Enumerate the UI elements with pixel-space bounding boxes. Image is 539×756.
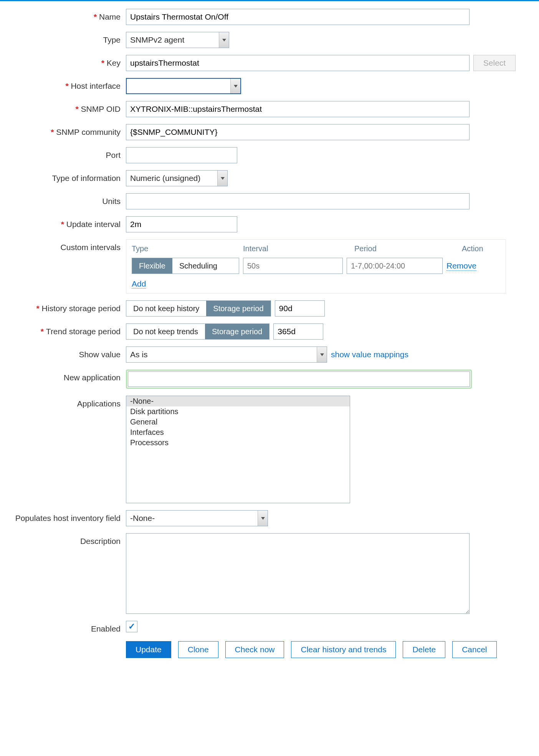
update-interval-input[interactable] (126, 216, 237, 232)
populates-inventory-text: -None- (126, 514, 258, 523)
description-textarea[interactable] (126, 533, 470, 614)
show-value-label: Show value (0, 346, 126, 359)
ci-type-toggle[interactable]: Flexible Scheduling (132, 258, 239, 274)
type-info-label: Type of information (0, 170, 126, 183)
snmp-oid-label: SNMP OID (0, 101, 126, 114)
new-application-label: New application (0, 370, 126, 382)
applications-option[interactable]: Processors (126, 438, 350, 448)
clone-button[interactable]: Clone (178, 641, 218, 658)
snmp-oid-input[interactable] (126, 101, 470, 117)
clear-history-button[interactable]: Clear history and trends (291, 641, 396, 658)
show-value-select[interactable]: As is (126, 346, 327, 363)
ci-header-action: Action (462, 244, 500, 253)
chevron-down-icon (217, 171, 227, 186)
applications-option[interactable]: Disk partitions (126, 406, 350, 417)
trend-storage-label: Trend storage period (0, 323, 126, 336)
populates-inventory-label: Populates host inventory field (0, 510, 126, 523)
units-input[interactable] (126, 193, 470, 209)
custom-intervals-label: Custom intervals (0, 239, 126, 252)
trend-storage-toggle[interactable]: Do not keep trends Storage period (126, 323, 270, 340)
snmp-community-label: SNMP community (0, 124, 126, 137)
chevron-down-icon (317, 347, 327, 362)
new-application-wrapper (126, 370, 472, 389)
key-label: Key (0, 55, 126, 68)
cancel-button[interactable]: Cancel (452, 641, 496, 658)
type-select[interactable]: SNMPv2 agent (126, 32, 229, 48)
ci-remove-link[interactable]: Remove (446, 261, 476, 271)
name-label: Name (0, 9, 126, 22)
ci-add-link[interactable]: Add (132, 279, 146, 288)
port-input[interactable] (126, 147, 237, 163)
populates-inventory-select[interactable]: -None- (126, 510, 268, 526)
type-label: Type (0, 32, 126, 45)
update-button[interactable]: Update (126, 641, 171, 658)
trend-storage-button[interactable]: Storage period (205, 324, 269, 339)
port-label: Port (0, 147, 126, 160)
snmp-community-input[interactable] (126, 124, 470, 140)
name-input[interactable] (126, 9, 470, 25)
units-label: Units (0, 193, 126, 206)
show-value-mappings-link[interactable]: show value mappings (331, 350, 408, 359)
ci-header-period: Period (354, 244, 462, 253)
type-select-text: SNMPv2 agent (126, 35, 219, 45)
type-info-text: Numeric (unsigned) (126, 174, 217, 183)
ci-scheduling-button[interactable]: Scheduling (172, 258, 224, 274)
custom-intervals-block: Type Interval Period Action Flexible Sch… (126, 239, 506, 293)
applications-select[interactable]: -None- Disk partitions General Interface… (126, 396, 350, 503)
trend-no-keep-button[interactable]: Do not keep trends (126, 324, 205, 339)
ci-interval-input[interactable] (243, 258, 343, 274)
key-select-button[interactable]: Select (473, 55, 516, 71)
trend-value-input[interactable] (273, 323, 323, 340)
key-input[interactable] (126, 55, 470, 71)
check-now-button[interactable]: Check now (225, 641, 284, 658)
applications-option[interactable]: -None- (126, 396, 350, 406)
chevron-down-icon (230, 79, 240, 93)
history-storage-button[interactable]: Storage period (206, 301, 270, 316)
update-interval-label: Update interval (0, 216, 126, 229)
ci-header-type: Type (132, 244, 243, 253)
applications-label: Applications (0, 396, 126, 408)
history-no-keep-button[interactable]: Do not keep history (126, 301, 206, 316)
chevron-down-icon (258, 511, 268, 526)
enabled-checkbox[interactable]: ✓ (126, 621, 137, 632)
applications-option[interactable]: General (126, 417, 350, 427)
ci-header-interval: Interval (243, 244, 354, 253)
chevron-down-icon (219, 32, 229, 48)
host-interface-select[interactable] (126, 78, 241, 94)
applications-option[interactable]: Interfaces (126, 427, 350, 438)
delete-button[interactable]: Delete (403, 641, 445, 658)
new-application-input[interactable] (128, 371, 470, 387)
history-storage-label: History storage period (0, 300, 126, 313)
ci-period-input[interactable] (347, 258, 443, 274)
ci-flexible-button[interactable]: Flexible (132, 258, 172, 274)
host-interface-label: Host interface (0, 78, 126, 91)
show-value-text: As is (126, 350, 317, 359)
enabled-label: Enabled (0, 621, 126, 633)
description-label: Description (0, 533, 126, 546)
history-storage-toggle[interactable]: Do not keep history Storage period (126, 300, 271, 317)
history-value-input[interactable] (275, 300, 325, 317)
type-info-select[interactable]: Numeric (unsigned) (126, 170, 228, 186)
